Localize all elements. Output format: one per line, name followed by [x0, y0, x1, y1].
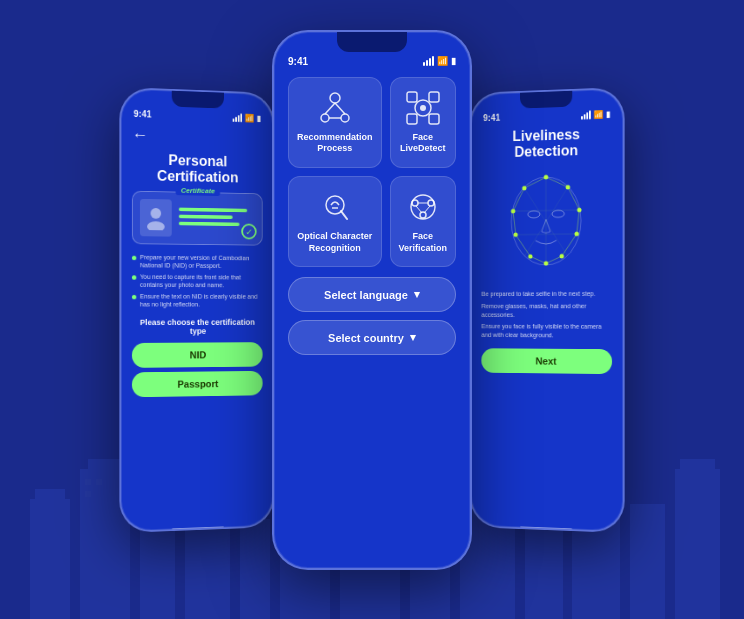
svg-point-47: [420, 212, 426, 218]
svg-line-49: [416, 206, 422, 213]
face-livedetect-icon: [405, 90, 441, 126]
liveness-bullets: Be prepared to take selfie in the next s…: [481, 289, 612, 340]
svg-line-65: [562, 233, 577, 255]
svg-rect-37: [429, 92, 439, 102]
battery-icon-right: ▮: [606, 109, 610, 118]
svg-point-73: [552, 210, 564, 217]
phone-left: 9:41 📶 ▮ ← Personal Certification Certif…: [119, 86, 274, 532]
svg-rect-20: [96, 479, 102, 485]
nid-button[interactable]: NID: [132, 341, 263, 367]
face-scan-container: [481, 166, 612, 282]
menu-item-face-livedetect[interactable]: Face LiveDetect: [390, 77, 457, 168]
svg-rect-1: [35, 489, 65, 504]
choose-cert-label: Please choose the certification type: [132, 317, 263, 335]
dropdown-arrow-country: ▾: [410, 331, 416, 344]
svg-point-45: [412, 200, 418, 206]
time-center: 9:41: [288, 56, 308, 67]
svg-line-68: [516, 234, 531, 256]
svg-rect-38: [407, 114, 417, 124]
svg-point-44: [411, 195, 435, 219]
wifi-icon-left: 📶: [245, 113, 254, 122]
recommendation-icon: [317, 90, 353, 126]
wifi-icon-right: 📶: [593, 109, 603, 118]
svg-rect-21: [85, 491, 91, 497]
svg-point-41: [420, 105, 426, 111]
svg-rect-17: [675, 469, 720, 619]
phone-left-content: ← Personal Certification Certificate ✓: [121, 120, 273, 527]
select-language-button[interactable]: Select language ▾: [288, 277, 456, 312]
status-icons-right: 📶 ▮: [581, 109, 610, 119]
cert-bullet-2: You need to capture its front side that …: [132, 272, 263, 289]
svg-rect-39: [429, 114, 439, 124]
svg-rect-36: [407, 92, 417, 102]
home-indicator-center: [342, 569, 402, 570]
svg-line-70: [513, 188, 524, 211]
svg-line-50: [424, 206, 430, 213]
battery-icon-center: ▮: [451, 56, 456, 66]
menu-item-recommendation[interactable]: Recommendation Process: [288, 77, 382, 168]
next-button[interactable]: Next: [481, 348, 612, 374]
cert-bullet-1: Prepare your new version of Cambodian Na…: [132, 253, 263, 270]
recommendation-label: Recommendation Process: [297, 132, 373, 155]
live-bullet-2: Remove glasses, masks, hat and other acc…: [481, 301, 612, 318]
bullet-text-2: You need to capture its front side that …: [140, 272, 263, 289]
svg-line-63: [568, 186, 579, 209]
signal-left: [233, 112, 242, 121]
face-livedetect-label: Face LiveDetect: [399, 132, 448, 155]
notch-right: [520, 90, 572, 108]
signal-center: [423, 56, 434, 66]
cert-bullets: Prepare your new version of Cambodian Na…: [132, 253, 263, 309]
back-button-left[interactable]: ←: [132, 125, 263, 147]
certificate-card: Certificate ✓: [132, 190, 263, 245]
menu-item-face-verify[interactable]: Face Verification: [390, 176, 457, 267]
live-bullet-3: Ensure you face is fully visible to the …: [481, 322, 612, 340]
status-icons-center: 📶 ▮: [423, 56, 456, 66]
wifi-icon-center: 📶: [437, 56, 448, 66]
select-country-button[interactable]: Select country ▾: [288, 320, 456, 355]
cert-card-label: Certificate: [176, 185, 221, 196]
passport-button[interactable]: Passport: [132, 370, 263, 396]
status-icons-left: 📶 ▮: [233, 112, 261, 122]
avatar-icon: [145, 205, 166, 230]
menu-item-ocr[interactable]: Optical Character Recognition: [288, 176, 382, 267]
phone-right-content: Liveliness Detection: [471, 120, 623, 527]
dropdown-arrow-lang: ▾: [414, 288, 420, 301]
bullet-text-1: Prepare your new version of Cambodian Na…: [140, 253, 263, 270]
svg-point-31: [321, 114, 329, 122]
svg-point-28: [151, 207, 162, 218]
cert-avatar: [140, 198, 172, 236]
bullet-text-3: Ensure the text on NID is clearly visibl…: [140, 292, 263, 308]
battery-icon-left: ▮: [257, 113, 261, 122]
phone-center-content: Recommendation Process Fa: [274, 69, 470, 565]
ocr-label: Optical Character Recognition: [297, 231, 373, 254]
svg-point-32: [341, 114, 349, 122]
svg-line-62: [546, 176, 568, 187]
svg-line-34: [335, 103, 345, 114]
svg-rect-19: [85, 479, 91, 485]
svg-point-72: [528, 210, 540, 217]
cert-bullet-3: Ensure the text on NID is clearly visibl…: [132, 292, 263, 308]
live-bullet-1: Be prepared to take selfie in the next s…: [481, 289, 612, 298]
svg-point-46: [428, 200, 434, 206]
home-indicator-right: [520, 526, 572, 531]
phone-center: 9:41 📶 ▮: [272, 30, 472, 570]
personal-cert-title: Personal Certification: [132, 151, 263, 186]
menu-grid: Recommendation Process Fa: [288, 77, 456, 268]
time-left: 9:41: [134, 108, 152, 118]
svg-rect-16: [630, 504, 665, 619]
signal-right: [581, 109, 591, 118]
status-bar-center: 9:41 📶 ▮: [274, 52, 470, 69]
notch-left: [172, 90, 224, 108]
svg-line-69: [513, 211, 516, 235]
face-scan-svg: [494, 167, 599, 283]
svg-point-29: [147, 221, 165, 230]
liveness-title: Liveliness Detection: [481, 125, 612, 161]
phones-container: 9:41 📶 ▮ ← Personal Certification Certif…: [109, 40, 635, 580]
face-verify-icon: [405, 189, 441, 225]
home-indicator-left: [172, 526, 224, 531]
svg-line-64: [577, 209, 580, 233]
svg-rect-18: [680, 459, 715, 473]
notch-center: [337, 32, 407, 52]
svg-line-71: [524, 177, 546, 188]
face-verify-label: Face Verification: [399, 231, 448, 254]
